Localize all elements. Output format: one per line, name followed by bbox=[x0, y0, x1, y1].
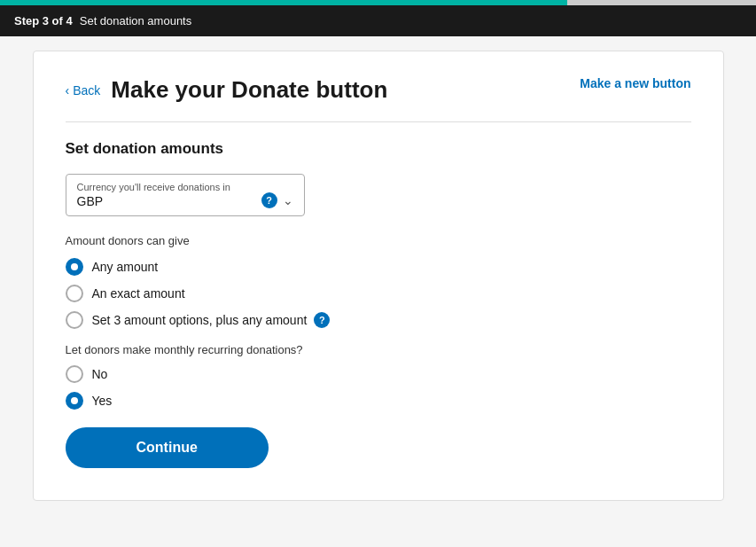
recurring-radio-group: No Yes bbox=[66, 365, 691, 410]
title-section: ‹ Back Make your Donate button bbox=[66, 76, 388, 104]
chevron-left-icon: ‹ bbox=[66, 83, 70, 98]
radio-option-three-amounts-inner: Set 3 amount options, plus any amount ? bbox=[92, 312, 331, 328]
radio-circle-yes bbox=[66, 392, 83, 410]
recurring-label: Let donors make monthly recurring donati… bbox=[66, 343, 691, 356]
radio-circle-exact-amount bbox=[66, 285, 83, 302]
radio-circle-three-amounts bbox=[66, 311, 83, 329]
radio-circle-any-amount bbox=[66, 258, 83, 276]
step-header: Step 3 of 4 Set donation amounts bbox=[0, 5, 756, 36]
section-title: Set donation amounts bbox=[66, 140, 691, 158]
radio-label-three-amounts: Set 3 amount options, plus any amount bbox=[92, 313, 308, 327]
currency-value: GBP bbox=[77, 194, 104, 208]
currency-help-icon[interactable]: ? bbox=[261, 192, 277, 208]
currency-dropdown-row: GBP ? ⌄ bbox=[77, 192, 293, 208]
page-top: ‹ Back Make your Donate button Make a ne… bbox=[66, 76, 691, 104]
back-label: Back bbox=[73, 83, 100, 98]
radio-circle-no bbox=[66, 365, 83, 383]
divider bbox=[66, 121, 691, 122]
three-amounts-help-icon[interactable]: ? bbox=[314, 312, 330, 328]
radio-option-no[interactable]: No bbox=[66, 365, 691, 383]
radio-option-yes[interactable]: Yes bbox=[66, 392, 691, 410]
radio-option-three-amounts[interactable]: Set 3 amount options, plus any amount ? bbox=[66, 311, 691, 329]
radio-label-any-amount: Any amount bbox=[92, 260, 159, 274]
currency-field-label: Currency you'll receive donations in bbox=[77, 182, 293, 192]
currency-dropdown[interactable]: Currency you'll receive donations in GBP… bbox=[66, 174, 305, 216]
step-description: Set donation amounts bbox=[80, 14, 191, 27]
currency-icons: ? ⌄ bbox=[261, 192, 293, 208]
amount-field-label: Amount donors can give bbox=[66, 234, 691, 247]
radio-option-exact-amount[interactable]: An exact amount bbox=[66, 285, 691, 302]
radio-label-yes: Yes bbox=[92, 394, 113, 408]
continue-button[interactable]: Continue bbox=[66, 427, 269, 468]
currency-chevron-down-icon: ⌄ bbox=[283, 193, 293, 207]
radio-option-any-amount[interactable]: Any amount bbox=[66, 258, 691, 276]
step-label: Step 3 of 4 bbox=[14, 14, 73, 27]
back-link[interactable]: ‹ Back bbox=[66, 83, 101, 98]
radio-label-no: No bbox=[92, 367, 108, 381]
radio-label-exact-amount: An exact amount bbox=[92, 286, 185, 301]
make-new-button-link[interactable]: Make a new button bbox=[580, 76, 690, 90]
main-content: ‹ Back Make your Donate button Make a ne… bbox=[33, 51, 724, 501]
amount-radio-group: Any amount An exact amount Set 3 amount … bbox=[66, 258, 691, 329]
page-title: Make your Donate button bbox=[111, 76, 387, 104]
